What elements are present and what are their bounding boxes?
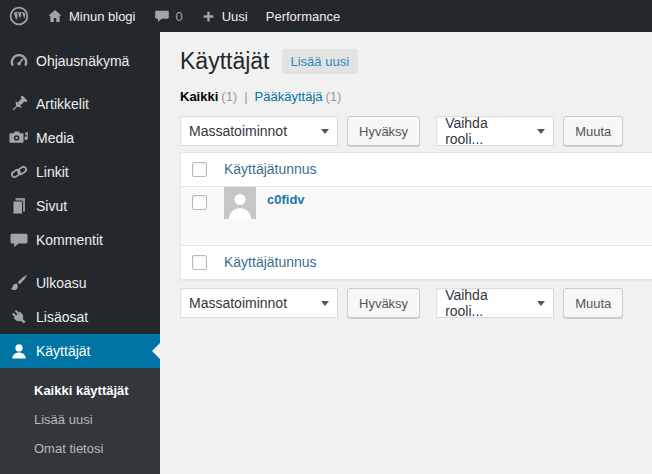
sidebar-item-label: Sivut xyxy=(36,198,67,214)
change-role-select-bottom[interactable]: Vaihda rooli... xyxy=(436,288,554,318)
submenu-item-add-new[interactable]: Lisää uusi xyxy=(0,405,160,434)
sidebar-item-label: Artikkelit xyxy=(36,96,89,112)
change-button-bottom[interactable]: Muuta xyxy=(563,288,623,318)
sidebar-item-label: Ulkoasu xyxy=(36,275,87,291)
chevron-down-icon xyxy=(321,129,329,138)
media-icon xyxy=(9,128,29,148)
users-table: Käyttäjätunnus c0fidv Käyttäjätunnus xyxy=(180,152,652,280)
sidebar-item-users[interactable]: Käyttäjät xyxy=(0,334,160,368)
bulk-actions-select-bottom[interactable]: Massatoiminnot xyxy=(180,288,338,318)
users-icon xyxy=(9,341,29,361)
user-filters: Kaikki(1) | Pääkäyttäjä(1) xyxy=(180,89,652,104)
sidebar-item-appearance[interactable]: Ulkoasu xyxy=(0,266,160,300)
page-title: Käyttäjät xyxy=(180,46,270,76)
filter-administrator[interactable]: Pääkäyttäjä(1) xyxy=(255,89,342,104)
add-new-user-button[interactable]: Lisää uusi xyxy=(282,49,359,74)
table-header-row: Käyttäjätunnus xyxy=(181,153,652,186)
users-submenu: Kaikki käyttäjät Lisää uusi Omat tietosi xyxy=(0,368,160,474)
sidebar-item-comments[interactable]: Kommentit xyxy=(0,223,160,257)
sidebar-item-pages[interactable]: Sivut xyxy=(0,189,160,223)
sidebar-item-posts[interactable]: Artikkelit xyxy=(0,87,160,121)
table-row: c0fidv xyxy=(181,186,652,246)
sidebar-item-dashboard[interactable]: Ohjausnäkymä xyxy=(0,44,160,78)
comment-bubble-icon xyxy=(154,8,170,24)
performance-label: Performance xyxy=(266,9,340,24)
sidebar-item-media[interactable]: Media xyxy=(0,121,160,155)
site-link[interactable]: Minun blogi xyxy=(38,0,145,32)
filter-all[interactable]: Kaikki(1) xyxy=(180,89,237,104)
wordpress-logo[interactable] xyxy=(0,0,38,32)
main-content: Käyttäjät Lisää uusi Kaikki(1) | Pääkäyt… xyxy=(160,32,652,474)
table-footer-row: Käyttäjätunnus xyxy=(181,246,652,279)
comments-icon xyxy=(9,230,29,250)
pages-icon xyxy=(9,196,29,216)
sidebar-item-label: Kommentit xyxy=(36,232,103,248)
change-button[interactable]: Muuta xyxy=(563,116,623,146)
change-role-select[interactable]: Vaihda rooli... xyxy=(436,116,554,146)
filter-separator: | xyxy=(244,89,247,104)
row-checkbox[interactable] xyxy=(192,195,207,210)
new-content-button[interactable]: Uusi xyxy=(192,0,257,32)
username-column-footer[interactable]: Käyttäjätunnus xyxy=(224,254,317,270)
avatar xyxy=(224,187,256,219)
bulk-actions-bottom: Massatoiminnot Hyväksy Vaihda rooli... M… xyxy=(180,288,652,318)
apply-button-bottom[interactable]: Hyväksy xyxy=(347,288,420,318)
sidebar-item-label: Lisäosat xyxy=(36,309,88,325)
links-icon xyxy=(9,162,29,182)
chevron-down-icon xyxy=(321,301,329,310)
plugins-icon xyxy=(9,307,29,327)
admin-menu: Ohjausnäkymä Artikkelit Media Linkit Siv… xyxy=(0,32,160,474)
admin-bar: Minun blogi 0 Uusi Performance xyxy=(0,0,652,32)
comments-count: 0 xyxy=(176,9,183,24)
select-all-checkbox[interactable] xyxy=(192,162,207,177)
dashboard-icon xyxy=(9,51,29,71)
chevron-down-icon xyxy=(537,129,545,138)
bulk-actions-top: Massatoiminnot Hyväksy Vaihda rooli... M… xyxy=(180,116,652,146)
bulk-actions-select[interactable]: Massatoiminnot xyxy=(180,116,338,146)
wordpress-icon xyxy=(9,6,29,26)
menu-separator xyxy=(0,257,160,266)
plus-icon xyxy=(201,9,216,24)
sidebar-item-label: Media xyxy=(36,130,74,146)
pin-icon xyxy=(9,94,29,114)
site-name: Minun blogi xyxy=(69,9,136,24)
menu-separator xyxy=(0,78,160,87)
submenu-item-all-users[interactable]: Kaikki käyttäjät xyxy=(0,376,160,405)
performance-menu[interactable]: Performance xyxy=(257,0,349,32)
appearance-icon xyxy=(9,273,29,293)
chevron-down-icon xyxy=(537,301,545,310)
sidebar-item-plugins[interactable]: Lisäosat xyxy=(0,300,160,334)
sidebar-item-label: Ohjausnäkymä xyxy=(36,53,129,69)
username-link[interactable]: c0fidv xyxy=(267,192,305,207)
sidebar-item-label: Käyttäjät xyxy=(36,343,90,359)
sidebar-item-label: Linkit xyxy=(36,164,69,180)
comments-indicator[interactable]: 0 xyxy=(145,0,192,32)
submenu-item-your-profile[interactable]: Omat tietosi xyxy=(0,434,160,463)
select-all-checkbox-bottom[interactable] xyxy=(192,255,207,270)
new-label: Uusi xyxy=(222,9,248,24)
apply-button[interactable]: Hyväksy xyxy=(347,116,420,146)
username-column-header[interactable]: Käyttäjätunnus xyxy=(224,161,317,177)
home-icon xyxy=(47,8,63,24)
sidebar-item-links[interactable]: Linkit xyxy=(0,155,160,189)
